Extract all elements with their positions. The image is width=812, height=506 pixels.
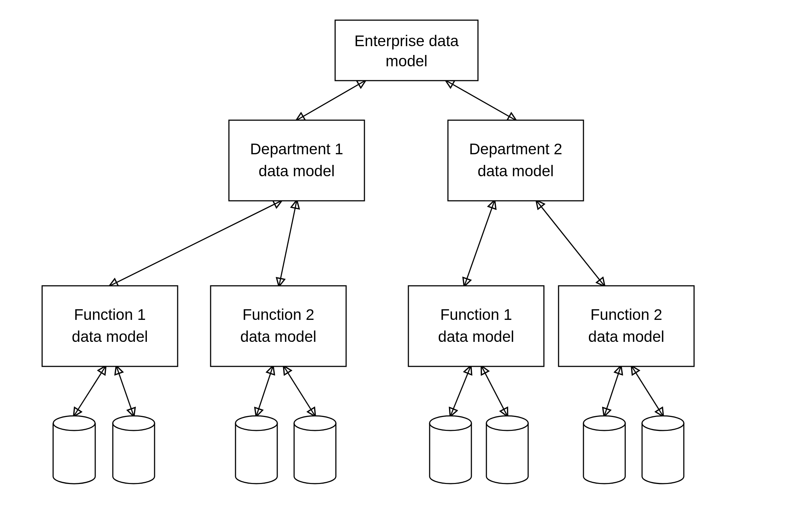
database-icon	[583, 416, 625, 484]
edge-f21-db2	[482, 366, 507, 416]
node-label: Department 2	[469, 140, 562, 158]
node-dept1-function-1: Function 1 data model	[42, 286, 178, 366]
edge-root-dept2	[446, 81, 516, 120]
svg-rect-2	[448, 120, 583, 201]
node-label: Function 2	[590, 306, 662, 323]
node-dept2-function-2: Function 2 data model	[559, 286, 694, 366]
node-dept2-function-1: Function 1 data model	[408, 286, 544, 366]
node-label: data model	[72, 328, 148, 345]
svg-rect-4	[211, 286, 346, 366]
node-dept1-function-2: Function 2 data model	[211, 286, 346, 366]
svg-point-10	[294, 416, 336, 431]
svg-point-9	[236, 416, 277, 431]
database-icon	[294, 416, 336, 484]
edge-f22-db2	[632, 366, 663, 416]
database-icon	[642, 416, 684, 484]
database-icon	[236, 416, 277, 484]
svg-point-8	[113, 416, 155, 431]
node-label: Department 1	[250, 140, 343, 158]
edge-f21-db1	[451, 366, 471, 416]
node-label: model	[386, 52, 427, 70]
node-label: data model	[259, 162, 335, 180]
svg-point-12	[486, 416, 528, 431]
edge-f11-db1	[74, 366, 105, 416]
node-label: data model	[588, 328, 664, 345]
edge-f22-db1	[604, 366, 621, 416]
node-label: Function 1	[440, 306, 512, 323]
edge-f11-db2	[116, 366, 134, 416]
svg-rect-0	[335, 20, 478, 81]
diagram-canvas: Enterprise data model Department 1 data …	[0, 0, 812, 506]
edge-dept1-f11	[110, 201, 281, 286]
database-icon	[113, 416, 155, 484]
database-icon	[53, 416, 95, 484]
node-label: Function 2	[242, 306, 314, 323]
node-enterprise-data-model: Enterprise data model	[335, 20, 478, 81]
node-label: Enterprise data	[355, 32, 459, 49]
svg-rect-1	[229, 120, 364, 201]
svg-rect-5	[408, 286, 544, 366]
svg-point-11	[430, 416, 471, 431]
node-label: Function 1	[74, 306, 146, 323]
edge-root-dept1	[297, 81, 365, 120]
node-label: data model	[438, 328, 514, 345]
edge-dept2-f21	[464, 201, 494, 286]
node-department-1: Department 1 data model	[229, 120, 364, 201]
node-label: data model	[478, 162, 554, 180]
edge-dept1-f12	[279, 201, 297, 286]
svg-point-14	[642, 416, 684, 431]
svg-rect-6	[559, 286, 694, 366]
node-department-2: Department 2 data model	[448, 120, 583, 201]
edge-f12-db2	[284, 366, 315, 416]
edge-f12-db1	[256, 366, 273, 416]
database-icon	[430, 416, 471, 484]
svg-point-7	[53, 416, 95, 431]
edge-dept2-f22	[537, 201, 604, 286]
database-icon	[486, 416, 528, 484]
svg-rect-3	[42, 286, 178, 366]
svg-point-13	[583, 416, 625, 431]
node-label: data model	[240, 328, 316, 345]
